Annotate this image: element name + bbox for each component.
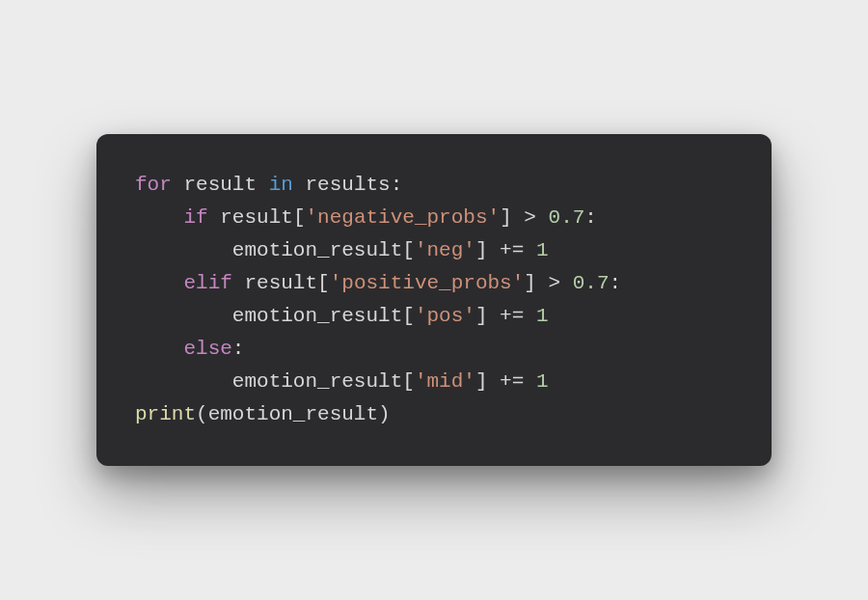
bracket-close: ] bbox=[475, 239, 488, 261]
paren-open: ( bbox=[196, 403, 208, 425]
number-threshold: 0.7 bbox=[549, 206, 585, 229]
string-negative-probs: 'negative_probs' bbox=[305, 206, 500, 229]
variable-emotion-result: emotion_result bbox=[232, 305, 402, 327]
operator-pluseq: += bbox=[488, 305, 536, 327]
variable-emotion-result: emotion_result bbox=[208, 403, 378, 425]
bracket-open: [ bbox=[402, 305, 415, 327]
string-positive-probs: 'positive_probs' bbox=[330, 272, 525, 294]
keyword-elif: elif bbox=[183, 272, 231, 294]
variable-result: result bbox=[183, 174, 257, 196]
string-mid: 'mid' bbox=[415, 370, 475, 393]
operator-pluseq: += bbox=[488, 370, 536, 393]
bracket-open: [ bbox=[317, 272, 330, 294]
function-print: print bbox=[135, 403, 196, 425]
code-block: for result in results: if result['negati… bbox=[135, 169, 733, 431]
operator-gt: > bbox=[536, 272, 573, 294]
operator-gt: > bbox=[512, 206, 549, 229]
colon: : bbox=[584, 206, 597, 229]
keyword-in: in bbox=[269, 174, 293, 196]
colon: : bbox=[391, 174, 403, 196]
bracket-open: [ bbox=[402, 370, 415, 393]
colon: : bbox=[232, 338, 245, 360]
variable-emotion-result: emotion_result bbox=[232, 370, 402, 393]
bracket-open: [ bbox=[402, 239, 415, 261]
variable-emotion-result: emotion_result bbox=[232, 239, 402, 261]
keyword-for: for bbox=[135, 174, 172, 196]
colon: : bbox=[610, 272, 622, 294]
keyword-if: if bbox=[183, 206, 207, 229]
bracket-close: ] bbox=[475, 305, 488, 327]
bracket-open: [ bbox=[293, 206, 306, 229]
bracket-close: ] bbox=[475, 370, 488, 393]
bracket-close: ] bbox=[524, 272, 536, 294]
string-pos: 'pos' bbox=[415, 305, 475, 327]
number-one: 1 bbox=[536, 239, 549, 261]
number-one: 1 bbox=[536, 305, 549, 327]
number-one: 1 bbox=[536, 370, 549, 393]
code-block-card: for result in results: if result['negati… bbox=[96, 134, 772, 466]
variable-results: results bbox=[305, 174, 390, 196]
keyword-else: else bbox=[183, 338, 231, 360]
number-threshold: 0.7 bbox=[573, 272, 610, 294]
variable-result: result bbox=[220, 206, 293, 229]
variable-result: result bbox=[244, 272, 317, 294]
paren-close: ) bbox=[378, 403, 391, 425]
operator-pluseq: += bbox=[488, 239, 536, 261]
string-neg: 'neg' bbox=[415, 239, 475, 261]
bracket-close: ] bbox=[500, 206, 512, 229]
